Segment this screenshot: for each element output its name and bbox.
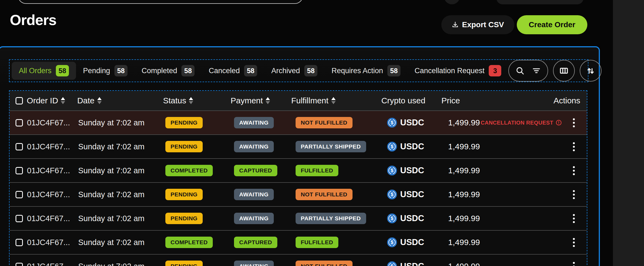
sort-arrows-icon: [266, 97, 270, 104]
download-icon: [452, 21, 459, 28]
tab-label: Canceled: [209, 67, 240, 75]
column-header-actions: Actions: [554, 96, 587, 105]
price-cell: 1,499.99: [448, 166, 493, 175]
row-checkbox[interactable]: [16, 215, 23, 222]
create-order-button[interactable]: Create Order: [517, 15, 587, 34]
order-id-cell: 01JC4F67...: [27, 190, 78, 199]
columns-button[interactable]: [553, 60, 575, 82]
tab-count-badge: 58: [304, 65, 317, 76]
top-cropped-circle-button[interactable]: [444, 0, 460, 4]
svg-text:$: $: [391, 240, 393, 245]
table-row[interactable]: 01JC4F67... Sunday at 7:02 am PENDING AW…: [10, 134, 587, 158]
export-csv-label: Export CSV: [462, 20, 504, 29]
column-header-crypto-used: Crypto used: [381, 96, 442, 105]
search-filter-group[interactable]: [508, 60, 548, 82]
tab-all-orders[interactable]: All Orders 58: [12, 62, 76, 80]
row-checkbox[interactable]: [16, 119, 23, 126]
tab-pending[interactable]: Pending 58: [76, 62, 135, 80]
tab-requires-action[interactable]: Requires Action 58: [324, 62, 408, 80]
date-cell: Sunday at 7:02 am: [78, 166, 165, 175]
tab-cancellation-request[interactable]: Cancellation Request 3: [408, 62, 509, 80]
tab-label: Cancellation Request: [415, 67, 485, 75]
export-csv-button[interactable]: Export CSV: [441, 15, 514, 34]
table-row[interactable]: 01JC4F67... Sunday at 7:02 am PENDING AW…: [10, 254, 587, 266]
tab-label: Completed: [142, 67, 177, 75]
usdc-icon: $: [387, 214, 397, 223]
column-header-date[interactable]: Date: [77, 96, 163, 105]
status-badge: COMPLETED: [165, 237, 213, 248]
fulfillment-badge: FULFILLED: [296, 237, 338, 248]
row-checkbox[interactable]: [16, 143, 23, 150]
tab-label: All Orders: [19, 67, 51, 75]
fulfillment-badge: NOT FULFILLED: [296, 117, 353, 128]
tab-label: Requires Action: [332, 67, 383, 75]
fulfillment-badge: NOT FULFILLED: [296, 261, 353, 266]
alert-circle-icon: [555, 119, 562, 126]
orders-table: Order ID Date Status Payment Fulfillment…: [9, 90, 587, 266]
fulfillment-badge: PARTIALLY SHIPPED: [296, 141, 366, 152]
row-checkbox[interactable]: [16, 239, 23, 246]
table-tools: [508, 60, 602, 82]
right-edge-strip: [613, 0, 644, 266]
create-order-label: Create Order: [529, 20, 575, 29]
payment-badge: AWAITING: [234, 117, 274, 128]
usdc-icon: $: [387, 142, 397, 151]
row-actions-menu[interactable]: [572, 189, 576, 200]
column-header-status[interactable]: Status: [163, 96, 230, 105]
order-id-cell: 01JC4F67...: [27, 118, 78, 127]
column-header-price: Price: [441, 96, 486, 105]
fulfillment-badge: PARTIALLY SHIPPED: [296, 213, 366, 224]
tab-canceled[interactable]: Canceled 58: [202, 62, 264, 80]
svg-text:$: $: [391, 120, 393, 125]
row-checkbox[interactable]: [16, 167, 23, 174]
column-header-order-id[interactable]: Order ID: [27, 96, 77, 105]
price-cell: 1,499.99: [448, 262, 493, 266]
tab-count-badge: 58: [56, 65, 69, 76]
column-header-fulfillment[interactable]: Fulfillment: [291, 96, 381, 105]
crypto-label: USDC: [400, 142, 424, 151]
row-checkbox[interactable]: [16, 263, 23, 266]
crypto-label: USDC: [400, 237, 424, 247]
top-cropped-search-input[interactable]: [18, 0, 303, 4]
tab-completed[interactable]: Completed 58: [135, 62, 202, 80]
row-actions-menu[interactable]: [572, 117, 576, 128]
payment-badge: CAPTURED: [234, 165, 277, 176]
tab-archived[interactable]: Archived 58: [264, 62, 324, 80]
tab-count-badge: 58: [244, 65, 257, 76]
table-row[interactable]: 01JC4F67... Sunday at 7:02 am PENDING AW…: [10, 110, 587, 134]
row-checkbox[interactable]: [16, 191, 23, 198]
fulfillment-badge: FULFILLED: [296, 165, 338, 176]
crypto-label: USDC: [400, 190, 424, 199]
column-header-payment[interactable]: Payment: [230, 96, 291, 105]
date-cell: Sunday at 7:02 am: [78, 238, 165, 247]
tab-label: Pending: [83, 67, 110, 75]
order-id-cell: 01JC4F67...: [27, 166, 78, 175]
row-actions-menu[interactable]: [572, 141, 576, 152]
payment-badge: AWAITING: [234, 189, 274, 200]
sort-rows-button[interactable]: [580, 60, 602, 82]
usdc-icon: $: [387, 118, 397, 128]
row-actions-menu[interactable]: [572, 165, 576, 176]
date-cell: Sunday at 7:02 am: [78, 142, 165, 151]
price-cell: 1,499.99: [448, 214, 493, 223]
top-cropped-pill-button[interactable]: [496, 0, 584, 4]
sort-arrows-icon: [331, 97, 336, 104]
price-cell: 1,499.99: [448, 142, 493, 151]
table-row[interactable]: 01JC4F67... Sunday at 7:02 am PENDING AW…: [10, 182, 587, 206]
filter-icon[interactable]: [532, 66, 541, 75]
price-cell: 1,499.99: [448, 238, 493, 247]
status-badge: PENDING: [165, 117, 203, 128]
row-actions-menu[interactable]: [572, 213, 576, 224]
status-badge: PENDING: [165, 213, 203, 224]
order-filter-tabs: All Orders 58 Pending 58 Completed 58 Ca…: [12, 62, 508, 80]
date-cell: Sunday at 7:02 am: [78, 118, 165, 127]
row-actions-menu[interactable]: [572, 237, 576, 248]
row-actions-menu[interactable]: [572, 261, 576, 266]
table-row[interactable]: 01JC4F67... Sunday at 7:02 am PENDING AW…: [10, 206, 587, 230]
search-icon[interactable]: [515, 66, 525, 75]
payment-badge: AWAITING: [234, 261, 274, 266]
table-row[interactable]: 01JC4F67... Sunday at 7:02 am COMPLETED …: [10, 230, 587, 254]
usdc-icon: $: [387, 237, 397, 247]
select-all-checkbox[interactable]: [16, 97, 23, 104]
table-row[interactable]: 01JC4F67... Sunday at 7:02 am COMPLETED …: [10, 158, 587, 182]
